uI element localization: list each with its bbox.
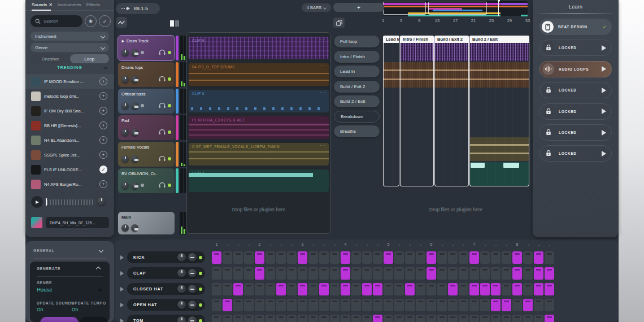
step-cell[interactable]: [233, 315, 243, 322]
add-icon[interactable]: [99, 151, 107, 159]
step-cell[interactable]: [223, 283, 232, 295]
volume-knob[interactable]: [121, 129, 129, 136]
loop-option-selected[interactable]: Loop: [70, 54, 110, 63]
step-cell[interactable]: [523, 251, 533, 264]
headphone-icon[interactable]: [159, 127, 166, 137]
step-cell[interactable]: [384, 315, 393, 322]
clip-2[interactable]: 04 ITS_O_TOP DRUMS: [189, 63, 329, 86]
genre-dropdown-icon[interactable]: [98, 289, 102, 292]
pan-knob[interactable]: [131, 224, 138, 232]
add-icon[interactable]: [99, 136, 107, 144]
step-cell[interactable]: [502, 299, 511, 311]
step-cell[interactable]: [223, 299, 232, 311]
step-cell[interactable]: [373, 267, 382, 280]
volume-knob[interactable]: [177, 285, 186, 293]
add-icon[interactable]: [99, 92, 107, 100]
tab-effects[interactable]: Effects: [86, 2, 100, 7]
step-cell[interactable]: [266, 315, 275, 322]
learn-item-locked[interactable]: LOCKED: [539, 124, 612, 141]
add-icon[interactable]: [99, 180, 107, 188]
preview-waveform[interactable]: [47, 199, 94, 205]
step-cell[interactable]: [319, 315, 329, 322]
step-cell[interactable]: [266, 267, 275, 280]
step-cell[interactable]: [523, 315, 533, 322]
step-cell[interactable]: [287, 315, 297, 322]
step-cell[interactable]: [416, 315, 425, 322]
volume-knob[interactable]: [121, 76, 129, 83]
step-cell[interactable]: [502, 251, 511, 264]
sound-list-item[interactable]: BB HR [[Genesis]...: [25, 118, 114, 133]
added-check-icon[interactable]: [99, 166, 107, 173]
step-cell[interactable]: [244, 267, 254, 280]
step-cell[interactable]: [512, 299, 522, 311]
step-cell[interactable]: [448, 251, 458, 264]
step-cell[interactable]: [491, 315, 501, 322]
track-header-5[interactable]: Female Vocals: [118, 142, 175, 167]
step-cell[interactable]: [330, 283, 340, 295]
step-cell[interactable]: [394, 299, 404, 311]
step-cell[interactable]: [545, 283, 554, 295]
step-cell[interactable]: [373, 251, 382, 264]
step-cell[interactable]: [308, 299, 318, 311]
step-cell[interactable]: [405, 267, 415, 280]
step-cell[interactable]: [405, 299, 415, 311]
step-cell[interactable]: [308, 267, 318, 280]
search-input[interactable]: Search: [31, 15, 82, 27]
step-cell[interactable]: [437, 251, 447, 264]
sequencer-track-kick[interactable]: KICK: [127, 251, 205, 263]
step-cell[interactable]: [330, 315, 340, 322]
pan-knob[interactable]: [131, 129, 138, 136]
step-cell[interactable]: [276, 251, 286, 264]
section-tab[interactable]: Build / Exit 2: [434, 36, 469, 43]
generate-button[interactable]: [40, 317, 79, 322]
step-cell[interactable]: [469, 283, 479, 295]
clip-1[interactable]: CLIP 6: [189, 37, 329, 59]
step-cell[interactable]: [427, 267, 436, 280]
step-cell[interactable]: [287, 267, 297, 280]
step-cell[interactable]: [523, 299, 533, 311]
step-cell[interactable]: [534, 315, 543, 322]
step-cell[interactable]: [416, 251, 425, 264]
step-cell[interactable]: [223, 251, 232, 264]
step-cell[interactable]: [459, 315, 468, 322]
step-cell[interactable]: [298, 251, 307, 264]
step-cell[interactable]: [545, 267, 554, 280]
step-cell[interactable]: [308, 251, 318, 264]
step-cell[interactable]: [255, 283, 264, 295]
step-cell[interactable]: [266, 251, 275, 264]
sequencer-track-closed-hat[interactable]: CLOSED HAT: [127, 283, 205, 295]
step-cell[interactable]: [341, 267, 350, 280]
clip-4[interactable]: PL NTH DA_C3 KEYS & WET: [189, 116, 329, 139]
step-cell[interactable]: [233, 299, 243, 311]
section-button-build-exit-2[interactable]: Build / Exit 2: [334, 81, 380, 93]
step-cell[interactable]: [287, 299, 297, 311]
step-cell[interactable]: [212, 267, 221, 280]
step-cell[interactable]: [276, 283, 286, 295]
expand-row-icon[interactable]: [120, 319, 124, 322]
genre-value-dropdown[interactable]: House: [37, 286, 52, 293]
step-cell[interactable]: [212, 315, 221, 322]
pan-knob[interactable]: [131, 182, 138, 189]
step-cell[interactable]: [534, 267, 543, 280]
step-cell[interactable]: [362, 299, 372, 311]
step-cell[interactable]: [448, 283, 458, 295]
arrangement-section-4[interactable]: Build 2 / Exit: [469, 36, 529, 186]
pan-knob[interactable]: [131, 155, 138, 163]
section-tab[interactable]: Intro / Finish: [400, 36, 434, 43]
step-cell[interactable]: [319, 299, 329, 311]
step-cell[interactable]: [394, 315, 404, 322]
step-cell[interactable]: [276, 267, 286, 280]
pan-knob[interactable]: [131, 102, 138, 110]
section-button-full-loop[interactable]: Full loop: [334, 36, 380, 47]
step-cell[interactable]: [330, 299, 340, 311]
step-cell[interactable]: [287, 283, 297, 295]
step-cell[interactable]: [233, 267, 243, 280]
step-cell[interactable]: [276, 315, 286, 322]
pan-knob[interactable]: [131, 76, 138, 83]
current-file-name[interactable]: DHP4_SH_Mix_07_125 ...: [46, 217, 109, 228]
play-icon[interactable]: [602, 88, 606, 93]
step-cell[interactable]: [373, 299, 382, 311]
playhead[interactable]: [498, 1, 499, 16]
step-cell[interactable]: [416, 283, 425, 295]
step-cell[interactable]: [384, 267, 393, 280]
